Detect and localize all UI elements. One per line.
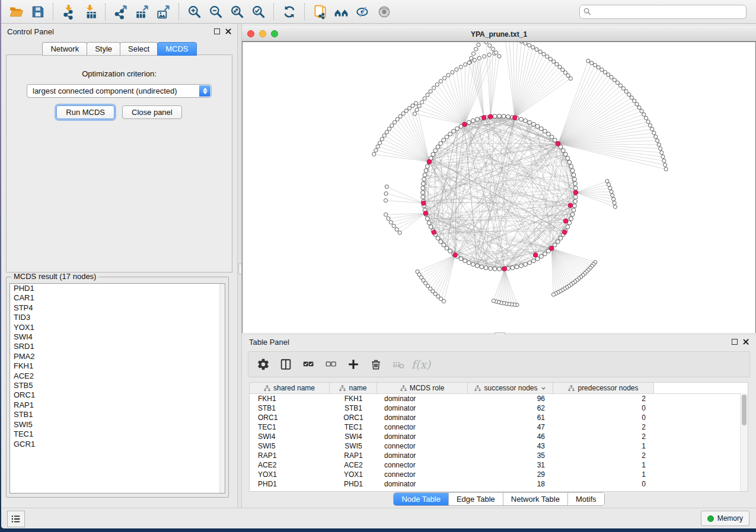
network-node[interactable] bbox=[519, 264, 524, 268]
network-leaf-node[interactable] bbox=[384, 213, 388, 216]
network-node[interactable] bbox=[543, 252, 547, 256]
network-node[interactable] bbox=[528, 120, 532, 124]
network-node[interactable] bbox=[566, 156, 570, 161]
network-leaf-node[interactable] bbox=[611, 194, 614, 197]
table-row[interactable]: TEC1TEC1connector472 bbox=[250, 422, 748, 432]
network-node[interactable] bbox=[553, 243, 557, 247]
network-leaf-node[interactable] bbox=[395, 117, 399, 121]
network-node[interactable] bbox=[563, 152, 567, 156]
network-view-canvas[interactable] bbox=[242, 41, 756, 334]
table-row[interactable]: SWI4SWI4dominator462 bbox=[250, 432, 748, 441]
network-graph[interactable] bbox=[243, 42, 755, 334]
network-leaf-node[interactable] bbox=[561, 68, 564, 72]
table-row[interactable]: ACE2ACE2connector311 bbox=[250, 460, 748, 470]
network-leaf-node[interactable] bbox=[414, 101, 417, 105]
network-node[interactable] bbox=[476, 117, 480, 121]
network-leaf-node[interactable] bbox=[385, 185, 388, 188]
save-session-icon[interactable] bbox=[27, 2, 49, 21]
network-leaf-node[interactable] bbox=[656, 139, 659, 142]
network-leaf-node[interactable] bbox=[497, 55, 501, 58]
network-node[interactable] bbox=[452, 129, 456, 133]
network-node[interactable] bbox=[573, 195, 578, 199]
network-node[interactable] bbox=[484, 266, 488, 270]
network-leaf-node[interactable] bbox=[660, 151, 664, 155]
list-item[interactable]: SRD1 bbox=[10, 342, 225, 351]
network-leaf-node[interactable] bbox=[612, 197, 615, 201]
network-leaf-node[interactable] bbox=[527, 43, 531, 47]
network-leaf-node[interactable] bbox=[384, 198, 387, 202]
network-leaf-node[interactable] bbox=[630, 96, 633, 100]
network-node[interactable] bbox=[425, 217, 429, 221]
network-node[interactable] bbox=[423, 173, 427, 177]
table-row[interactable]: PHD1PHD1dominator180 bbox=[250, 479, 748, 489]
network-overview-icon[interactable] bbox=[331, 2, 352, 21]
list-item[interactable]: TID3 bbox=[10, 313, 225, 322]
network-node[interactable] bbox=[572, 173, 576, 177]
network-hub-node[interactable] bbox=[533, 253, 538, 258]
network-hub-node[interactable] bbox=[462, 122, 467, 127]
network-leaf-node[interactable] bbox=[432, 86, 436, 89]
network-node[interactable] bbox=[540, 127, 544, 131]
network-leaf-node[interactable] bbox=[464, 63, 467, 66]
share-document-icon[interactable] bbox=[310, 2, 331, 21]
network-node[interactable] bbox=[467, 261, 471, 265]
search-input[interactable] bbox=[579, 5, 747, 19]
network-hub-node[interactable] bbox=[453, 253, 458, 258]
network-leaf-node[interactable] bbox=[387, 217, 390, 220]
show-graphics-details-icon[interactable] bbox=[374, 2, 395, 21]
network-node[interactable] bbox=[515, 265, 519, 269]
network-leaf-node[interactable] bbox=[590, 61, 594, 65]
network-leaf-node[interactable] bbox=[610, 75, 613, 79]
float-panel-icon[interactable] bbox=[214, 28, 220, 34]
function-builder-icon[interactable]: f(x) bbox=[411, 354, 431, 374]
network-node[interactable] bbox=[421, 186, 425, 190]
network-node[interactable] bbox=[421, 195, 425, 199]
network-hub-node[interactable] bbox=[573, 190, 578, 195]
network-node[interactable] bbox=[573, 186, 578, 190]
network-window-titlebar[interactable]: YPA_prune.txt_1 bbox=[242, 27, 756, 41]
network-leaf-node[interactable] bbox=[380, 137, 384, 141]
column-header-name[interactable]: name bbox=[330, 383, 377, 393]
network-leaf-node[interactable] bbox=[415, 108, 419, 111]
network-leaf-node[interactable] bbox=[413, 112, 416, 116]
network-node[interactable] bbox=[567, 161, 572, 165]
network-leaf-node[interactable] bbox=[392, 224, 395, 227]
list-item[interactable]: SWI5 bbox=[10, 420, 225, 430]
network-node[interactable] bbox=[572, 208, 576, 212]
list-item[interactable]: PHD1 bbox=[10, 284, 225, 293]
network-leaf-node[interactable] bbox=[411, 104, 414, 107]
network-node[interactable] bbox=[425, 165, 429, 169]
list-item[interactable]: CAR1 bbox=[10, 293, 225, 303]
network-node[interactable] bbox=[497, 267, 502, 271]
network-leaf-node[interactable] bbox=[650, 127, 654, 131]
network-node[interactable] bbox=[570, 169, 575, 173]
network-leaf-node[interactable] bbox=[596, 66, 600, 69]
delete-table-icon[interactable] bbox=[388, 354, 409, 374]
network-leaf-node[interactable] bbox=[569, 76, 572, 80]
network-node[interactable] bbox=[448, 132, 452, 136]
network-node[interactable] bbox=[535, 124, 540, 129]
list-item[interactable]: FKH1 bbox=[10, 361, 225, 371]
network-leaf-node[interactable] bbox=[474, 47, 478, 51]
network-leaf-node[interactable] bbox=[645, 116, 648, 120]
network-leaf-node[interactable] bbox=[471, 52, 475, 55]
network-leaf-node[interactable] bbox=[387, 127, 391, 130]
network-leaf-node[interactable] bbox=[484, 42, 488, 44]
close-panel-icon[interactable] bbox=[743, 339, 749, 345]
network-node[interactable] bbox=[550, 135, 554, 139]
table-scrollbar[interactable] bbox=[740, 393, 748, 491]
network-node[interactable] bbox=[467, 120, 471, 124]
network-leaf-node[interactable] bbox=[607, 183, 610, 187]
network-node[interactable] bbox=[431, 152, 435, 156]
network-leaf-node[interactable] bbox=[404, 109, 408, 113]
network-hub-node[interactable] bbox=[556, 142, 561, 146]
network-leaf-node[interactable] bbox=[451, 70, 454, 74]
network-leaf-node[interactable] bbox=[555, 62, 559, 66]
network-node[interactable] bbox=[436, 145, 440, 149]
network-leaf-node[interactable] bbox=[535, 47, 538, 51]
network-leaf-node[interactable] bbox=[467, 61, 471, 65]
network-node[interactable] bbox=[493, 267, 497, 271]
network-node[interactable] bbox=[543, 129, 547, 133]
network-node[interactable] bbox=[569, 165, 573, 169]
network-leaf-node[interactable] bbox=[548, 57, 552, 61]
